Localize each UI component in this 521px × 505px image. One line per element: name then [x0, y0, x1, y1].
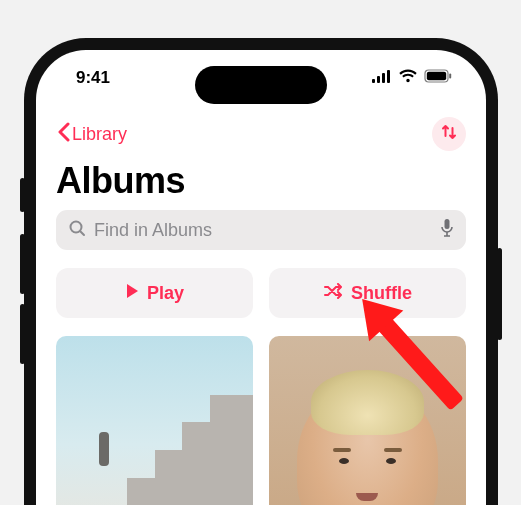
battery-icon [424, 68, 452, 88]
album-cover[interactable] [56, 336, 253, 505]
action-row: Play Shuffle [56, 268, 466, 318]
albums-grid [56, 336, 466, 505]
dictation-icon[interactable] [440, 218, 454, 243]
album-art [99, 379, 253, 505]
play-icon [125, 283, 139, 304]
volume-down-button [20, 304, 25, 364]
search-input[interactable]: Find in Albums [56, 210, 466, 250]
search-placeholder: Find in Albums [94, 220, 432, 241]
shuffle-button[interactable]: Shuffle [269, 268, 466, 318]
svg-rect-6 [449, 74, 451, 79]
svg-rect-5 [427, 72, 446, 80]
sort-arrows-icon [440, 123, 458, 145]
svg-rect-3 [387, 70, 390, 83]
back-button[interactable]: Library [56, 122, 127, 147]
play-label: Play [147, 283, 184, 304]
shuffle-icon [323, 283, 343, 304]
screen: 9:41 Library [36, 50, 486, 505]
cellular-icon [372, 68, 392, 88]
phone-frame: 9:41 Library [24, 38, 498, 505]
svg-rect-9 [445, 219, 450, 229]
svg-rect-2 [382, 73, 385, 83]
svg-line-8 [80, 231, 84, 235]
play-button[interactable]: Play [56, 268, 253, 318]
chevron-left-icon [56, 122, 70, 147]
nav-bar: Library [36, 112, 486, 156]
svg-rect-0 [372, 79, 375, 83]
side-button [20, 178, 25, 212]
sort-button[interactable] [432, 117, 466, 151]
shuffle-label: Shuffle [351, 283, 412, 304]
power-button [497, 248, 502, 340]
album-art [297, 383, 439, 505]
page-title: Albums [56, 160, 185, 202]
status-bar: 9:41 [36, 50, 486, 106]
wifi-icon [398, 68, 418, 88]
album-cover[interactable] [269, 336, 466, 505]
status-time: 9:41 [76, 68, 110, 88]
svg-rect-1 [377, 76, 380, 83]
volume-up-button [20, 234, 25, 294]
back-label: Library [72, 124, 127, 145]
search-icon [68, 219, 86, 242]
